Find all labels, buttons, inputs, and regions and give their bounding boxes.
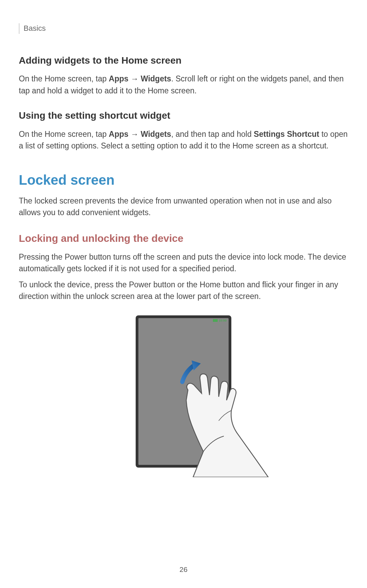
bold-apps-2: Apps bbox=[109, 130, 128, 139]
device-screen: 10:00 bbox=[138, 318, 229, 465]
hand-icon bbox=[155, 334, 275, 477]
paragraph-locked-screen: The locked screen prevents the device fr… bbox=[19, 195, 348, 219]
battery-icon bbox=[213, 319, 218, 322]
paragraph-adding-widgets: On the Home screen, tap Apps → Widgets. … bbox=[19, 73, 348, 96]
paragraph-locking-2: To unlock the device, press the Power bu… bbox=[19, 279, 348, 302]
text-mid-2: , and then tap and hold bbox=[171, 130, 254, 139]
device-frame: 10:00 bbox=[136, 315, 231, 468]
paragraph-setting-shortcut: On the Home screen, tap Apps → Widgets, … bbox=[19, 128, 348, 152]
text-pre-1: On the Home screen, tap bbox=[19, 74, 109, 83]
page-header-section: Basics bbox=[19, 23, 348, 34]
paragraph-locking-1: Pressing the Power button turns off the … bbox=[19, 251, 348, 275]
device-illustration: 10:00 bbox=[19, 315, 348, 468]
bold-widgets-2: Widgets bbox=[141, 130, 171, 139]
bold-apps-1: Apps bbox=[109, 74, 128, 83]
heading-adding-widgets: Adding widgets to the Home screen bbox=[19, 54, 348, 67]
heading-locked-screen: Locked screen bbox=[19, 172, 348, 188]
heading-locking-unlocking: Locking and unlocking the device bbox=[19, 232, 348, 245]
arrow-2: → bbox=[128, 130, 141, 139]
status-bar: 10:00 bbox=[211, 318, 229, 323]
bold-settings-shortcut: Settings Shortcut bbox=[254, 130, 320, 139]
text-pre-2: On the Home screen, tap bbox=[19, 130, 109, 139]
swipe-arrow-icon bbox=[178, 356, 208, 387]
arrow-1: → bbox=[128, 74, 141, 83]
bold-widgets-1: Widgets bbox=[141, 74, 171, 83]
status-time: 10:00 bbox=[219, 319, 227, 322]
heading-setting-shortcut: Using the setting shortcut widget bbox=[19, 109, 348, 122]
hand-swipe-illustration bbox=[155, 334, 275, 477]
page-number: 26 bbox=[179, 565, 187, 574]
